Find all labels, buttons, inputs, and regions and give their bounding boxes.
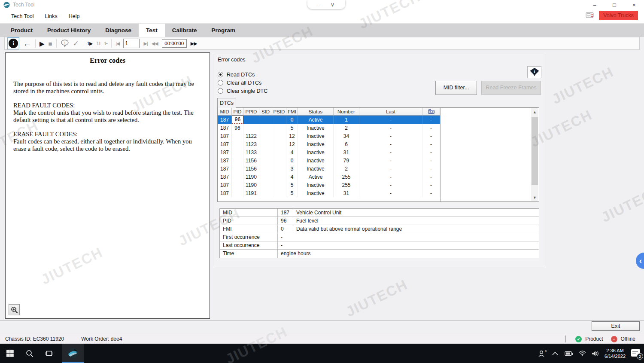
comment-balloon-icon[interactable]: ! (61, 40, 69, 47)
column-header-fmi[interactable]: FMI (286, 108, 298, 116)
task-view-button[interactable] (39, 344, 59, 363)
fast-forward-icon[interactable]: ▶▶ (191, 41, 197, 46)
radio-clear-single-dtc[interactable]: Clear single DTC (218, 87, 267, 95)
scrollbar-thumb[interactable] (532, 117, 538, 185)
info-button[interactable]: i (7, 37, 19, 49)
help-info-button[interactable]: i (527, 66, 541, 78)
column-header-psid[interactable]: PSID (272, 108, 286, 116)
dtc-cell: 1122 (243, 132, 259, 140)
dtc-row[interactable]: 18711563Inactive2-- (218, 165, 440, 173)
menu-item-links[interactable]: Links (40, 12, 63, 21)
remote-control-widget[interactable]: – ∨ (307, 0, 345, 9)
tab-calibrate[interactable]: Calibrate (165, 24, 204, 37)
radio-read-dtcs[interactable]: Read DTCs (218, 70, 267, 79)
detail-value: - (278, 233, 539, 241)
offline-status-label: Offline (621, 336, 635, 342)
tab-dtcs[interactable]: DTCs (217, 98, 236, 108)
zoom-button[interactable] (9, 304, 20, 315)
tab-product[interactable]: Product (3, 24, 40, 37)
dtc-cell (259, 148, 272, 156)
dtc-row[interactable]: 187112312Inactive6-- (218, 140, 440, 148)
dtc-row[interactable]: 187960Active1-- (218, 116, 440, 124)
dtc-cell: 187 (218, 132, 232, 140)
rewind-icon: ◀◀ (152, 41, 158, 46)
dtc-row[interactable]: 18711905Inactive255-- (218, 181, 440, 189)
column-header-pid[interactable]: PID (232, 108, 243, 116)
dtc-row[interactable]: 187965Inactive2-- (218, 124, 440, 132)
start-button[interactable] (0, 344, 20, 363)
dtc-scrollbar[interactable]: ▲ ▼ (531, 108, 538, 201)
column-header-number[interactable]: Number (334, 108, 359, 116)
clock-date: 6/14/2022 (605, 354, 626, 359)
dtc-cell (272, 189, 286, 197)
detail-row-fmi: FMI0Data valid but above normal operatio… (220, 225, 539, 233)
dtc-cell (259, 140, 272, 148)
tab-diagnose[interactable]: Diagnose (98, 24, 139, 37)
scroll-down-icon[interactable]: ▼ (531, 194, 538, 201)
step-forward-icon[interactable]: 1▶ (87, 41, 93, 46)
detail-description: Fuel level (293, 217, 539, 225)
dtc-cell (272, 156, 286, 165)
dtc-row[interactable]: 18711560Inactive79-- (218, 156, 440, 165)
dtc-cell (272, 165, 286, 173)
play-icon[interactable]: ▶ (39, 40, 45, 47)
back-icon[interactable]: ← (23, 40, 31, 48)
widget-expand-icon[interactable]: ∨ (331, 1, 335, 8)
statusbar-divider (565, 336, 566, 342)
column-header-last[interactable]: Last (359, 108, 422, 116)
column-header-mid[interactable]: MID (218, 108, 232, 116)
dtc-cell (272, 173, 286, 181)
tab-product-history[interactable]: Product History (40, 24, 98, 37)
timer-display[interactable] (162, 39, 187, 48)
dtc-cell: 2 (334, 124, 359, 132)
mid-filter-button[interactable]: MID filter... (435, 81, 477, 95)
widget-minimize-icon[interactable]: – (318, 1, 321, 8)
maximize-icon[interactable]: □ (605, 0, 624, 9)
search-button[interactable] (20, 344, 39, 363)
dtc-cell: 187 (218, 148, 232, 156)
error-codes-caption: Error codes (218, 57, 246, 63)
dtc-cell (259, 124, 272, 132)
people-icon[interactable]: R (538, 350, 547, 357)
dtc-cell (259, 165, 272, 173)
tab-test[interactable]: Test (139, 24, 165, 37)
column-header-status[interactable]: Status (298, 108, 334, 116)
taskbar-clock[interactable]: 2:36 AM 6/14/2022 (605, 348, 626, 359)
column-header-sid[interactable]: SID (259, 108, 272, 116)
menu-item-tech-tool[interactable]: Tech Tool (6, 12, 39, 21)
dtc-row[interactable]: 187112212Inactive34-- (218, 132, 440, 140)
description-paragraph: Fault codes can be erased, either all to… (13, 138, 202, 153)
dtc-cell (232, 165, 243, 173)
check-icon[interactable]: ✓ (73, 40, 79, 47)
radio-circle-icon (218, 88, 223, 94)
notification-badge: 2 (637, 353, 643, 360)
minimize-icon[interactable]: – (585, 0, 605, 9)
scroll-up-icon[interactable]: ▲ (531, 108, 538, 116)
column-header-ppid[interactable]: PPID (243, 108, 259, 116)
menu-item-help[interactable]: Help (64, 12, 85, 21)
detail-label: FMI (220, 225, 278, 233)
tab-program[interactable]: Program (204, 24, 243, 37)
volume-icon[interactable] (592, 351, 599, 357)
hidden-icons-chevron-icon[interactable] (552, 351, 558, 355)
wifi-icon[interactable] (579, 351, 586, 356)
battery-icon[interactable] (564, 351, 573, 356)
detail-value: - (278, 241, 539, 249)
content-area: Error codes The purpose of this test is … (0, 50, 644, 320)
dtc-cell (259, 156, 272, 165)
dtc-row[interactable]: 18711904Active255-- (218, 173, 440, 181)
exit-button[interactable]: Exit (592, 321, 640, 331)
volvo-trucks-button[interactable]: Volvo Trucks (599, 11, 638, 20)
stop-icon: ■ (49, 40, 52, 47)
dtc-cell: - (359, 189, 422, 197)
tech-tool-taskbar-button[interactable] (62, 344, 84, 363)
dtc-cell (272, 181, 286, 189)
footer-strip: Exit (0, 320, 644, 334)
dtc-cell (232, 148, 243, 156)
step-counter-input[interactable] (123, 39, 140, 48)
dtc-row[interactable]: 18711334Inactive31-- (218, 148, 440, 156)
action-center-button[interactable]: 2 (631, 349, 641, 358)
dtc-row[interactable]: 18711915Inactive31-- (218, 189, 440, 197)
close-icon[interactable]: × (624, 0, 644, 9)
radio-clear-all-dtcs[interactable]: Clear all DTCs (218, 79, 267, 87)
